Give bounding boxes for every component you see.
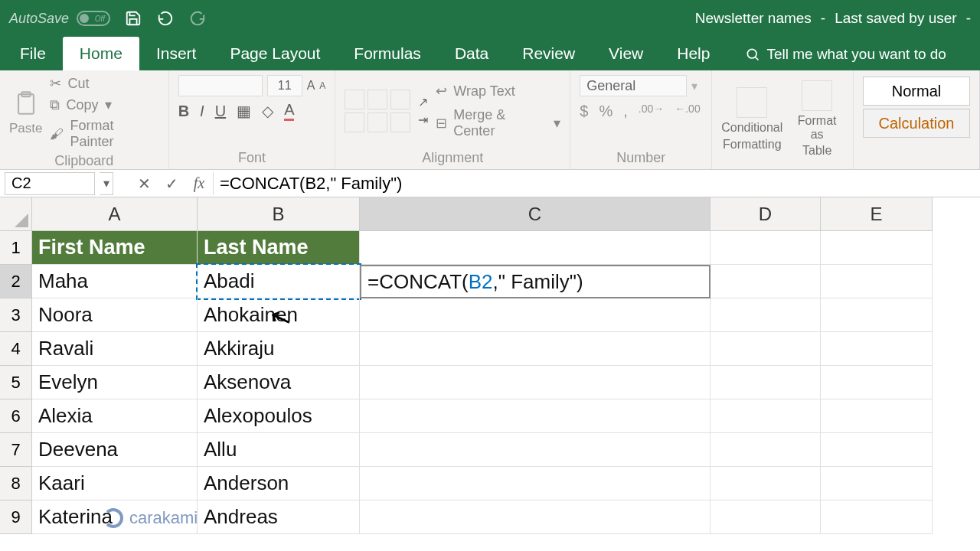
font-size-combo[interactable]: 11	[267, 75, 302, 96]
percent-icon[interactable]: %	[599, 103, 612, 120]
cell-a2[interactable]: Maha	[32, 265, 198, 298]
cell-b6[interactable]: Alexopoulos	[198, 399, 360, 433]
cell-a1[interactable]: First Name	[32, 231, 198, 265]
format-as-table-button[interactable]: Format as Table	[790, 80, 844, 158]
cell-c9[interactable]	[360, 500, 710, 534]
cell-b5[interactable]: Aksenova	[198, 366, 360, 399]
copy-button[interactable]: ⧉Copy ▾	[50, 96, 158, 113]
alignment-grid[interactable]	[345, 90, 410, 132]
conditional-formatting-button[interactable]: Conditional Formatting	[721, 87, 782, 151]
row-header-3[interactable]: 3	[0, 298, 32, 332]
cell-b7[interactable]: Allu	[198, 433, 360, 467]
row-header-4[interactable]: 4	[0, 332, 32, 366]
col-header-b[interactable]: B	[198, 197, 360, 231]
cell-e2[interactable]	[821, 265, 933, 298]
cell-d1[interactable]	[710, 231, 821, 265]
cell-a4[interactable]: Ravali	[32, 332, 198, 366]
paste-button[interactable]: Paste	[9, 89, 42, 136]
tab-review[interactable]: Review	[505, 37, 592, 70]
col-header-e[interactable]: E	[821, 197, 933, 231]
cell-c7[interactable]	[360, 433, 710, 467]
save-icon[interactable]	[124, 9, 142, 28]
decrease-decimal-icon[interactable]: ←.00	[675, 103, 700, 120]
cell-a8[interactable]: Kaari	[32, 467, 198, 500]
style-calculation[interactable]: Calculation	[863, 109, 970, 138]
autosave-toggle[interactable]: AutoSave Off	[9, 11, 110, 27]
cell-d3[interactable]	[710, 298, 821, 332]
fill-color-icon[interactable]: ◇	[262, 102, 273, 120]
toggle-switch[interactable]: Off	[77, 11, 110, 26]
font-color-icon[interactable]: A	[284, 101, 294, 121]
undo-icon[interactable]	[156, 9, 175, 28]
cell-d7[interactable]	[710, 433, 821, 467]
cell-e4[interactable]	[821, 332, 933, 366]
cell-e1[interactable]	[821, 231, 933, 265]
row-header-8[interactable]: 8	[0, 467, 32, 500]
formula-input[interactable]: =CONCAT(B2," Family")	[213, 172, 980, 195]
cell-a5[interactable]: Evelyn	[32, 366, 198, 399]
cell-d5[interactable]	[710, 366, 821, 399]
tab-insert[interactable]: Insert	[139, 37, 214, 70]
currency-icon[interactable]: $	[580, 103, 588, 120]
row-header-9[interactable]: 9	[0, 500, 32, 534]
style-normal[interactable]: Normal	[863, 77, 970, 106]
underline-button[interactable]: U	[215, 103, 226, 120]
cell-c3[interactable]	[360, 298, 710, 332]
cell-c1[interactable]	[360, 231, 710, 265]
tab-data[interactable]: Data	[438, 37, 505, 70]
row-header-7[interactable]: 7	[0, 433, 32, 467]
format-painter-button[interactable]: 🖌Format Painter	[50, 118, 158, 150]
accept-formula-button[interactable]: ✓	[158, 172, 185, 195]
comma-icon[interactable]: ,	[623, 103, 628, 120]
tab-formulas[interactable]: Formulas	[337, 37, 438, 70]
row-header-5[interactable]: 5	[0, 366, 32, 399]
cell-b4[interactable]: Akkiraju	[198, 332, 360, 366]
cell-d2[interactable]	[710, 265, 821, 298]
shrink-font-icon[interactable]: A	[319, 80, 325, 91]
tell-me-search[interactable]: Tell me what you want to do	[745, 46, 946, 70]
tab-home[interactable]: Home	[63, 37, 139, 70]
grow-font-icon[interactable]: A	[307, 79, 315, 93]
row-header-2[interactable]: 2	[0, 265, 32, 298]
col-header-c[interactable]: C	[360, 197, 710, 231]
name-box[interactable]: C2	[5, 172, 95, 195]
row-header-1[interactable]: 1	[0, 231, 32, 265]
cell-c8[interactable]	[360, 467, 710, 500]
cell-d9[interactable]	[710, 500, 821, 534]
cell-e6[interactable]	[821, 399, 933, 433]
cell-e7[interactable]	[821, 433, 933, 467]
cut-button[interactable]: ✂Cut	[50, 75, 158, 92]
cell-c2-editing[interactable]: =CONCAT(B2," Family")	[360, 265, 710, 298]
cell-c5[interactable]	[360, 366, 710, 399]
cell-b9[interactable]: Andreas	[198, 500, 360, 534]
bold-button[interactable]: B	[178, 103, 189, 120]
cell-e8[interactable]	[821, 467, 933, 500]
cell-d4[interactable]	[710, 332, 821, 366]
font-name-combo[interactable]	[178, 75, 263, 96]
wrap-text-button[interactable]: ↩Wrap Text	[436, 83, 560, 99]
cell-b8[interactable]: Anderson	[198, 467, 360, 500]
cell-a7[interactable]: Deevena	[32, 433, 198, 467]
italic-button[interactable]: I	[200, 103, 204, 120]
border-icon[interactable]: ▦	[237, 102, 251, 120]
tab-page-layout[interactable]: Page Layout	[213, 37, 337, 70]
number-format-combo[interactable]: General	[580, 75, 687, 96]
cell-c4[interactable]	[360, 332, 710, 366]
merge-center-button[interactable]: ⊟Merge & Center ▾	[436, 107, 560, 139]
cell-b3[interactable]: Ahokainen	[198, 298, 360, 332]
cancel-formula-button[interactable]: ✕	[130, 172, 158, 195]
cell-e5[interactable]	[821, 366, 933, 399]
cell-b1[interactable]: Last Name	[198, 231, 360, 265]
tab-view[interactable]: View	[592, 37, 660, 70]
indent-icon[interactable]: ⇥	[418, 112, 428, 127]
tab-help[interactable]: Help	[660, 37, 727, 70]
cell-d8[interactable]	[710, 467, 821, 500]
increase-decimal-icon[interactable]: .00→	[639, 103, 664, 120]
select-all-button[interactable]	[0, 197, 32, 231]
cell-e9[interactable]	[821, 500, 933, 534]
cell-b2[interactable]: Abadi	[198, 265, 360, 298]
redo-icon[interactable]	[188, 9, 207, 28]
col-header-d[interactable]: D	[710, 197, 821, 231]
cell-c6[interactable]	[360, 399, 710, 433]
row-header-6[interactable]: 6	[0, 399, 32, 433]
